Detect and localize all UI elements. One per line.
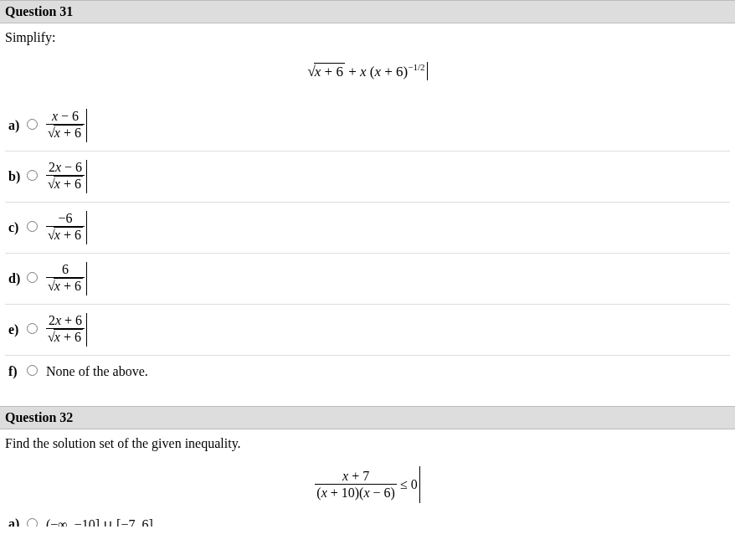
choice-label: b) — [8, 169, 27, 184]
choice-label: a) — [8, 516, 27, 527]
none-text: None of the above. — [46, 364, 148, 379]
choice-label: c) — [8, 220, 27, 235]
rel: ≤ — [397, 477, 411, 492]
choice-label: e) — [8, 322, 27, 337]
question-31-header: Question 31 — [0, 0, 735, 23]
radio-e[interactable] — [27, 323, 38, 334]
q32-expression: x + 7 (x + 10)(x − 6) ≤ 0 — [0, 451, 735, 511]
q31-choice-f[interactable]: f) None of the above. — [5, 356, 730, 388]
radio-q32-a[interactable] — [27, 518, 38, 527]
choice-label: f) — [8, 364, 27, 379]
q31-choice-b[interactable]: b) 2x − 6 x + 6 — [5, 152, 730, 203]
choice-label: a) — [8, 118, 27, 133]
q31-expression: x + 6 + x (x + 6)−1/2 — [0, 45, 735, 100]
radio-f[interactable] — [27, 365, 38, 376]
rhs: 0 — [411, 477, 418, 492]
q32-choice-a-partial[interactable]: a) (−∞, −10] ∪ [−7, 6] — [5, 511, 730, 527]
radio-b[interactable] — [27, 170, 38, 181]
q31-choice-a[interactable]: a) x − 6 x + 6 — [5, 100, 730, 152]
q31-prompt: Simplify: — [0, 23, 735, 45]
q31-choice-c[interactable]: c) −6 x + 6 — [5, 203, 730, 254]
question-32-header: Question 32 — [0, 406, 735, 429]
radio-d[interactable] — [27, 272, 38, 283]
q32-choices-partial: a) (−∞, −10] ∪ [−7, 6] — [0, 511, 735, 527]
q31-choice-d[interactable]: d) 6 x + 6 — [5, 254, 730, 305]
radio-a[interactable] — [27, 119, 38, 130]
q31-choices: a) x − 6 x + 6 b) 2x − 6 x + 6 — [0, 100, 735, 388]
radio-c[interactable] — [27, 221, 38, 232]
choice-label: d) — [8, 271, 27, 286]
q31-choice-e[interactable]: e) 2x + 6 x + 6 — [5, 305, 730, 356]
partial-interval: (−∞, −10] ∪ [−7, 6] — [46, 516, 153, 527]
q32-prompt: Find the solution set of the given inequ… — [0, 429, 735, 451]
